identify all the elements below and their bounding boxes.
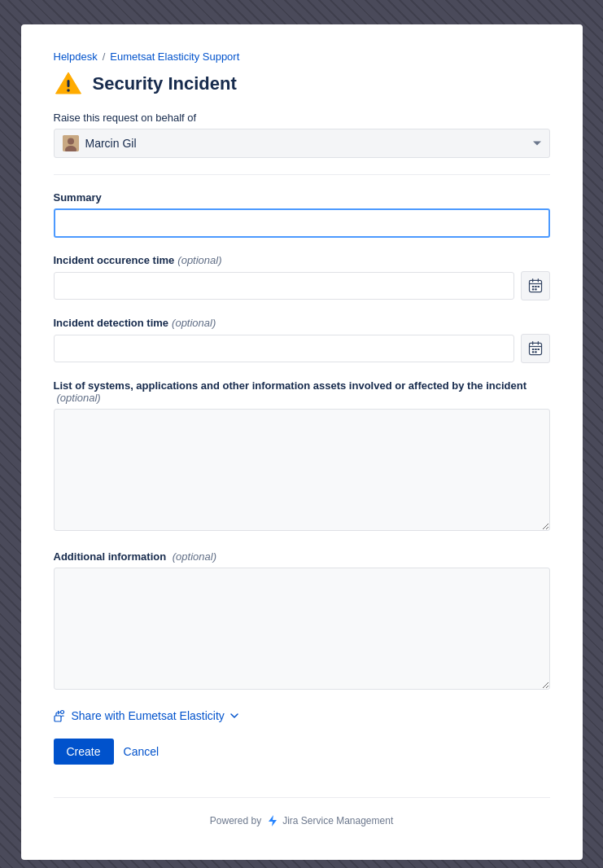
user-avatar: [63, 135, 79, 151]
calendar-icon: [527, 278, 544, 294]
main-card: Helpdesk / Eumetsat Elasticity Support S…: [21, 24, 583, 860]
svg-rect-0: [67, 80, 69, 87]
occurrence-date-wrapper: [54, 271, 550, 300]
footer-text: Powered by Jira Service Management: [54, 814, 550, 827]
svg-point-1: [67, 89, 70, 92]
svg-point-18: [60, 711, 63, 714]
occurrence-calendar-button[interactable]: [521, 271, 550, 300]
systems-label: List of systems, applications and other …: [54, 379, 550, 404]
user-name: Marcin Gil: [85, 137, 137, 150]
svg-rect-7: [535, 286, 537, 287]
jira-logo: Jira Service Management: [266, 814, 393, 827]
user-select[interactable]: Marcin Gil: [54, 129, 550, 158]
jira-product-name: Jira Service Management: [282, 815, 393, 826]
svg-rect-14: [537, 349, 540, 350]
svg-rect-13: [535, 349, 537, 350]
occurrence-label: Incident occurence time(optional): [54, 254, 550, 266]
divider: [54, 174, 550, 175]
detection-label: Incident detection time(optional): [54, 317, 550, 329]
actions: Create Cancel: [54, 739, 550, 765]
detection-group: Incident detection time(optional): [54, 317, 550, 363]
behalf-group: Raise this request on behalf of Marcin G…: [54, 112, 550, 158]
svg-rect-6: [531, 286, 534, 287]
breadcrumb-separator: /: [103, 50, 106, 63]
share-label: Share with Eumetsat Elasticity: [72, 709, 225, 722]
summary-input[interactable]: [54, 208, 550, 238]
svg-rect-12: [531, 349, 534, 350]
svg-rect-8: [537, 286, 540, 287]
share-icon: [54, 709, 67, 722]
cancel-button[interactable]: Cancel: [124, 739, 159, 765]
warning-icon: [54, 69, 83, 99]
additional-textarea[interactable]: [54, 568, 550, 690]
additional-group: Additional information (optional): [54, 550, 550, 693]
breadcrumb-helpdesk[interactable]: Helpdesk: [54, 50, 98, 63]
behalf-label: Raise this request on behalf of: [54, 112, 550, 124]
svg-point-3: [68, 138, 74, 145]
detection-calendar-button[interactable]: [521, 334, 550, 363]
svg-rect-15: [531, 351, 534, 353]
breadcrumb: Helpdesk / Eumetsat Elasticity Support: [54, 50, 550, 63]
detection-date-wrapper: [54, 334, 550, 363]
footer: Powered by Jira Service Management: [54, 797, 550, 827]
detection-date-input[interactable]: [54, 335, 514, 362]
occurrence-date-input[interactable]: [54, 272, 514, 300]
svg-rect-17: [55, 716, 61, 721]
create-button[interactable]: Create: [54, 739, 114, 765]
page-header: Security Incident: [54, 69, 550, 99]
share-section[interactable]: Share with Eumetsat Elasticity: [54, 709, 550, 722]
systems-textarea[interactable]: [54, 409, 550, 531]
systems-group: List of systems, applications and other …: [54, 379, 550, 534]
additional-label: Additional information (optional): [54, 550, 550, 563]
occurrence-group: Incident occurence time(optional): [54, 254, 550, 300]
svg-rect-10: [535, 288, 537, 290]
powered-by-text: Powered by: [210, 815, 261, 826]
summary-group: Summary: [54, 191, 550, 238]
chevron-down-icon: [229, 711, 239, 721]
svg-rect-9: [531, 288, 534, 290]
jira-bolt-icon: [266, 814, 279, 827]
page-title: Security Incident: [93, 73, 237, 94]
summary-label: Summary: [54, 191, 550, 204]
breadcrumb-support[interactable]: Eumetsat Elasticity Support: [110, 50, 239, 63]
calendar-icon-2: [527, 340, 544, 357]
svg-rect-16: [535, 351, 537, 353]
